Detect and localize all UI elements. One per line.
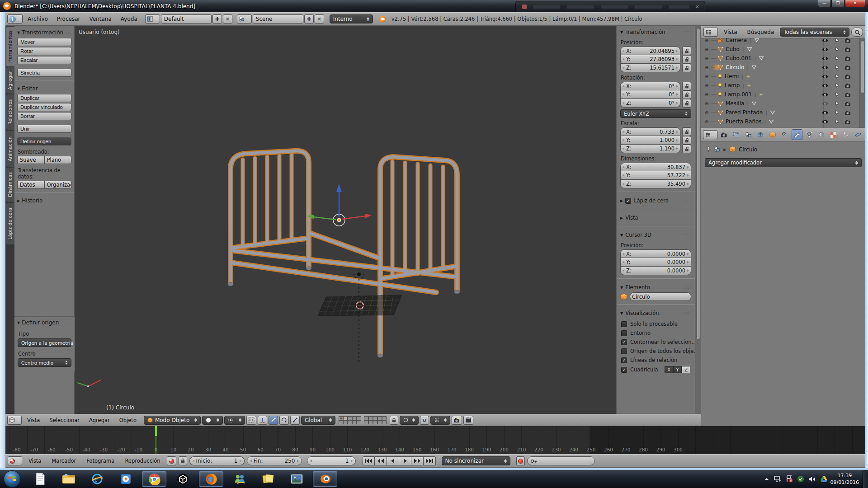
rotation-mode-select[interactable]: Euler XYZ — [620, 109, 691, 118]
visibility-eye-icon[interactable] — [821, 84, 830, 88]
renderability-camera-icon[interactable] — [843, 74, 852, 79]
join-button[interactable]: Unir — [17, 125, 71, 133]
layer-cell[interactable] — [352, 416, 357, 420]
timeline-menu-reproduccion[interactable]: Reproducción — [121, 458, 164, 464]
display-option-2[interactable]: ✓ Contornear lo seleccion... — [621, 339, 690, 345]
maximize-button[interactable]: ❐ — [831, 0, 844, 7]
checkbox[interactable]: ✓ — [621, 367, 627, 373]
proportional-edit-select[interactable] — [400, 416, 419, 425]
properties-tab-world[interactable] — [755, 129, 766, 140]
lock-scale-y-button[interactable] — [682, 136, 691, 145]
renderability-camera-icon[interactable] — [843, 56, 852, 61]
title-bar[interactable]: Blender* [C:\Users\NEPHALEM\Desktop\HOSP… — [0, 0, 868, 12]
expand-icon[interactable]: ⊕ — [705, 65, 711, 70]
renderability-camera-icon[interactable] — [843, 83, 852, 88]
checkbox[interactable] — [621, 348, 627, 354]
selectability-cursor-icon[interactable] — [832, 110, 841, 116]
frame-end-field[interactable]: Fin:250 — [247, 456, 302, 465]
item-panel-header[interactable]: ▼Elemento:::: — [617, 282, 695, 292]
display-option-3[interactable]: Origen de todos los obje... — [621, 348, 690, 354]
visibility-eye-icon[interactable] — [821, 47, 830, 52]
taskbar-app-media-player[interactable] — [113, 471, 138, 487]
selectability-cursor-icon[interactable] — [832, 101, 841, 107]
view3d-menu-vista[interactable]: Vista — [23, 417, 44, 423]
expand-icon[interactable]: ⊕ — [705, 119, 711, 124]
manipulator-z-arrow[interactable] — [336, 184, 342, 192]
display-option-5[interactable]: ✓ CuadrículaXYZ — [621, 366, 690, 373]
selectability-cursor-icon[interactable] — [832, 74, 841, 80]
lock-location-y-button[interactable] — [682, 55, 691, 64]
delete-button[interactable]: Borrar — [17, 112, 71, 120]
renderability-camera-icon[interactable] — [843, 119, 852, 124]
manipulator-x-arrow[interactable] — [365, 214, 372, 218]
layer-cell[interactable] — [357, 416, 361, 420]
taskbar-app-chrome[interactable] — [142, 471, 166, 487]
taskbar-app-notepad[interactable] — [28, 471, 52, 487]
visibility-eye-icon[interactable] — [821, 102, 830, 106]
cursor-y-field[interactable]: Y:0.0000 — [620, 258, 691, 267]
add-modifier-select[interactable]: Agregar modificador — [705, 158, 862, 167]
scale-y-field[interactable]: Y:1.000 — [620, 136, 680, 145]
outliner-item-pared-pintada[interactable]: ⊕ Pared Pintada | — [701, 108, 859, 117]
visibility-eye-icon[interactable] — [821, 120, 830, 124]
keying-set-field[interactable] — [527, 456, 595, 465]
visibility-eye-icon[interactable] — [821, 93, 830, 97]
rotation-y-field[interactable]: Y:0° — [620, 90, 680, 99]
origin-center-select[interactable]: Centro medio — [18, 358, 71, 367]
outliner-item-cubo[interactable]: ⊕ Cubo | — [701, 45, 859, 54]
lock-to-scene-button[interactable] — [390, 416, 398, 425]
play-reverse-button[interactable] — [387, 456, 399, 465]
scale-manipulator-button[interactable] — [290, 416, 300, 425]
outliner-scope-select[interactable]: Todas las escenas — [780, 28, 849, 37]
layer-cell[interactable] — [368, 416, 373, 420]
panel-edit-header[interactable]: ▼Editar:::: — [14, 84, 74, 93]
expand-icon[interactable]: ⊕ — [705, 56, 711, 61]
render-engine-select[interactable]: Interno — [330, 14, 373, 23]
taskbar-app-messenger[interactable] — [227, 471, 252, 487]
shade-flat-button[interactable]: Plano — [44, 156, 72, 164]
taskbar-app-sticky-notes[interactable] — [256, 471, 280, 487]
layers-grid-2[interactable] — [364, 416, 387, 424]
taskbar-app-blender[interactable] — [313, 471, 337, 487]
viewport-shading-select[interactable] — [202, 416, 223, 425]
pivot-point-select[interactable] — [224, 416, 245, 425]
lock-scale-z-button[interactable] — [682, 145, 691, 153]
rotation-x-field[interactable]: X:0° — [620, 82, 680, 90]
layer-cell[interactable] — [364, 420, 368, 424]
cursor-3d-header[interactable]: ▼Cursor 3D:::: — [617, 230, 695, 240]
origin-type-select[interactable]: Origen a la geometría — [18, 338, 71, 347]
taskbar-app-internet-explorer[interactable]: e — [85, 471, 109, 487]
current-frame-field[interactable]: 1 — [307, 456, 356, 465]
taskbar-app-unity[interactable] — [170, 471, 195, 487]
cursor-z-field[interactable]: Z:0.0000 — [620, 267, 691, 275]
scene-breadcrumb-icon[interactable] — [714, 146, 721, 152]
rotate-button[interactable]: Rotar — [17, 47, 71, 55]
add-scene-button[interactable]: ✚ — [304, 14, 314, 23]
lock-rotation-y-button[interactable] — [682, 90, 691, 99]
display-option-1[interactable]: Entorno — [621, 330, 690, 336]
grid-axis-z-button[interactable]: Z — [682, 366, 690, 373]
menu-ventana[interactable]: Ventana — [85, 16, 115, 22]
layer-cell[interactable] — [343, 416, 348, 420]
toolshelf-tab-5[interactable]: Lápiz de cera — [6, 203, 14, 244]
timeline-scrub-area[interactable]: -80-70-60-50-40-30-20-100102030405060708… — [5, 426, 865, 454]
display-option-0[interactable]: Solo lo procesable — [621, 321, 690, 327]
editor-type-3dview-button[interactable] — [7, 416, 22, 425]
scene-icon-button[interactable] — [237, 14, 252, 23]
outliner-item-lamp-001[interactable]: ⊕ Lamp.001 | ☀ — [701, 90, 859, 99]
tray-network-icon[interactable] — [774, 475, 782, 483]
visibility-eye-icon[interactable] — [821, 56, 830, 61]
mirror-button[interactable]: Simetría — [17, 69, 71, 77]
layer-cell[interactable] — [364, 416, 368, 420]
toolshelf-tab-0[interactable]: Herramientas — [6, 27, 14, 66]
snap-element-select[interactable] — [430, 416, 450, 425]
editor-type-timeline-button[interactable] — [8, 456, 22, 465]
dimensions-y-field[interactable]: Y:57.722 — [620, 171, 691, 180]
dimensions-z-field[interactable]: Z:35.490 — [620, 180, 691, 188]
expand-icon[interactable]: ⊕ — [705, 74, 711, 79]
lock-location-x-button[interactable] — [682, 47, 691, 55]
tray-google-drive-icon[interactable] — [820, 476, 828, 483]
tray-volume-icon[interactable] — [808, 476, 816, 483]
frame-start-field[interactable]: Inicio:1 — [189, 456, 245, 465]
grid-axis-x-button[interactable]: X — [665, 366, 673, 373]
